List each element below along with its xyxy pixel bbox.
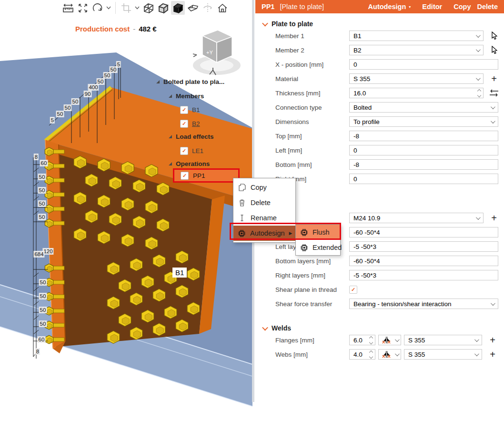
property-row: Member 2 B2 — [255, 43, 504, 57]
rotate-options-chevron-icon[interactable] — [105, 1, 112, 15]
production-cost-separator: - — [133, 25, 135, 33]
dimension-label: 5 — [116, 61, 121, 68]
expander-triangle-icon[interactable] — [169, 162, 172, 165]
flange-weld-size-stepper[interactable]: 6.0 — [349, 335, 375, 345]
production-cost-label: Production cost — [75, 25, 130, 33]
spinner-arrows-icon[interactable] — [370, 337, 373, 344]
expander-triangle-icon[interactable] — [156, 80, 160, 83]
section-crop-icon[interactable] — [119, 1, 133, 15]
web-weld-size-stepper[interactable]: 4.0 — [349, 349, 375, 360]
tree-item-b1[interactable]: ✓ B1 — [180, 106, 200, 114]
thickness-stepper[interactable]: 16.0 — [349, 88, 484, 98]
autodesign-button[interactable]: Autodesign — [368, 3, 406, 10]
crop-options-chevron-icon[interactable] — [134, 1, 141, 15]
home-view-icon[interactable] — [215, 1, 229, 15]
transparent-cube-icon[interactable] — [156, 1, 170, 15]
web-weld-material-value: S 355 — [408, 351, 425, 358]
tree-group-load-effects[interactable]: Load effects — [169, 133, 214, 140]
toolbar-separator — [115, 2, 116, 14]
left-layers-input[interactable]: -5 -50*3 — [349, 241, 498, 252]
mirror-view-icon[interactable] — [201, 1, 214, 15]
top-offset-input[interactable]: -8 — [349, 131, 498, 141]
add-weld-material-icon[interactable]: + — [487, 350, 498, 359]
member2-select[interactable]: B2 — [349, 45, 484, 55]
menu-item-delete[interactable]: Delete — [233, 195, 295, 210]
rotate-view-icon[interactable] — [91, 1, 104, 15]
tree-root[interactable]: Bolted plate to pla... — [156, 78, 224, 85]
dimensions-ruler-icon[interactable] — [61, 1, 75, 15]
shear-plane-checkbox[interactable]: ✓ — [349, 286, 357, 294]
menu-item-rename[interactable]: Rename — [233, 210, 295, 226]
checkbox-checked-icon[interactable]: ✓ — [181, 172, 189, 180]
add-bolt-assembly-icon[interactable]: + — [488, 213, 500, 223]
menu-item-copy[interactable]: Copy — [233, 180, 295, 195]
spinner-arrows-icon[interactable] — [370, 351, 373, 358]
shear-force-transfer-select[interactable]: Bearing - tension/shear interaction — [349, 299, 498, 309]
expander-triangle-icon[interactable] — [169, 135, 172, 138]
section-welds[interactable]: Welds — [263, 324, 504, 332]
delete-button[interactable]: Delete — [477, 3, 498, 10]
tree-item-pp1-selected[interactable]: ✓ PP1 — [173, 168, 240, 183]
web-weld-material-select[interactable]: S 355 — [404, 349, 482, 360]
solid-cube-icon[interactable] — [171, 1, 185, 15]
add-material-icon[interactable]: + — [488, 74, 500, 83]
checkbox-checked-icon[interactable]: ✓ — [180, 147, 188, 155]
web-weld-size-value: 4.0 — [353, 351, 363, 358]
x-position-input[interactable]: 0 — [349, 59, 498, 70]
web-weld-type-select[interactable] — [378, 349, 401, 360]
render-solid-icon[interactable] — [186, 1, 200, 15]
add-weld-material-icon[interactable]: + — [487, 335, 498, 345]
menu-item-autodesign[interactable]: Autodesign ▶ — [233, 226, 295, 241]
chevron-down-icon — [491, 301, 495, 306]
section-plate-to-plate[interactable]: Plate to plate — [263, 20, 504, 28]
tree-item-label[interactable]: PP1 — [193, 172, 205, 179]
member2-value: B2 — [353, 47, 362, 54]
member1-select[interactable]: B1 — [349, 31, 484, 41]
right-offset-input[interactable]: 0 — [349, 174, 498, 184]
tree-item-label[interactable]: LE1 — [192, 147, 203, 155]
svg-text:+Y: +Y — [206, 50, 213, 55]
menu-item-label: Extended — [312, 244, 342, 251]
pick-member-icon[interactable] — [488, 46, 500, 55]
autodesign-dropdown-icon[interactable]: ▾ — [409, 5, 411, 9]
checkbox-checked-icon[interactable]: ✓ — [180, 120, 188, 128]
left-offset-input[interactable]: 0 — [349, 145, 498, 155]
panel-header: PP1 [Plate to plate] Autodesign ▾ Editor… — [255, 0, 504, 13]
pick-member-icon[interactable] — [488, 31, 500, 41]
tree-item-label[interactable]: B2 — [192, 120, 200, 127]
submenu-item-flush[interactable]: Flush — [296, 225, 340, 240]
member1-value: B1 — [353, 32, 362, 40]
tree-root-label: Bolted plate to pla... — [163, 78, 224, 85]
dimension-label: 50 — [38, 200, 46, 207]
copy-button[interactable]: Copy — [454, 3, 471, 10]
production-cost-value: 482 € — [139, 25, 157, 33]
spinner-arrows-icon[interactable] — [478, 90, 481, 97]
idea-statica-connection-window: +Y — [0, 0, 504, 423]
expander-triangle-icon[interactable] — [169, 94, 172, 98]
dimensions-select[interactable]: To profile — [349, 116, 498, 127]
submenu-item-extended[interactable]: Extended — [296, 240, 340, 255]
tree-item-le1[interactable]: ✓ LE1 — [180, 147, 203, 155]
tree-item-label[interactable]: B1 — [192, 106, 200, 113]
tree-group-members[interactable]: Members — [169, 93, 204, 100]
dimension-label: 8 — [35, 348, 40, 355]
connection-type-select[interactable]: Bolted — [349, 102, 498, 113]
viewport-3d[interactable]: +Y — [0, 0, 252, 423]
material-select[interactable]: S 355 — [349, 73, 484, 84]
x-position-value: 0 — [353, 61, 357, 68]
flange-weld-type-select[interactable] — [378, 335, 401, 345]
zoom-fit-icon[interactable] — [76, 1, 90, 15]
swap-thickness-icon[interactable] — [488, 89, 500, 97]
property-row: Top [mm] -8 — [255, 129, 504, 143]
tree-group-operations[interactable]: Operations — [169, 160, 210, 167]
wireframe-cube-icon[interactable] — [141, 1, 155, 15]
tree-item-b2[interactable]: ✓ B2 — [180, 120, 200, 128]
bottom-offset-input[interactable]: -8 — [349, 159, 498, 170]
checkbox-checked-icon[interactable]: ✓ — [180, 106, 188, 114]
bolt-type-select[interactable]: M24 10.9 — [349, 213, 484, 223]
top-layers-input[interactable]: -60 -50*4 — [349, 227, 498, 237]
right-layers-input[interactable]: -5 -50*3 — [349, 270, 498, 280]
bottom-layers-input[interactable]: -60 -50*4 — [349, 256, 498, 266]
editor-button[interactable]: Editor — [422, 3, 442, 10]
flange-weld-material-select[interactable]: S 355 — [404, 335, 482, 345]
